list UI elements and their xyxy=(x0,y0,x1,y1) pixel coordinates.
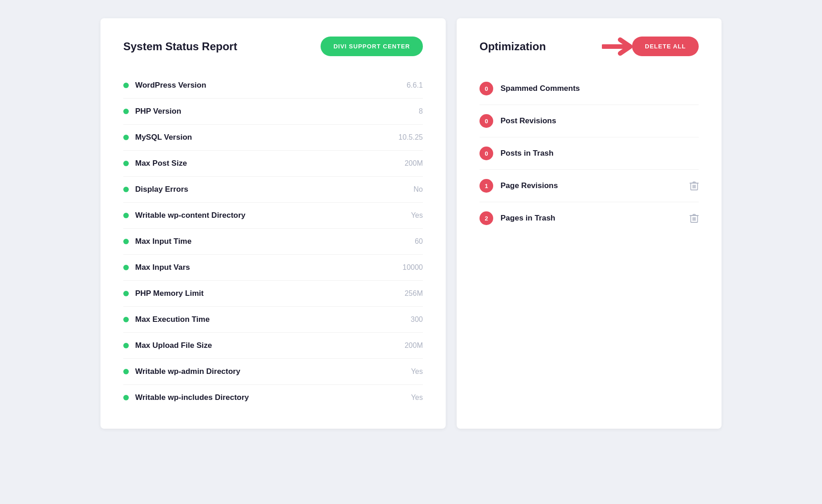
opt-badge: 1 xyxy=(480,179,493,193)
status-label: Writable wp-admin Directory xyxy=(135,367,240,376)
opt-item: 1 Page Revisions xyxy=(480,170,699,202)
opt-item: 0 Post Revisions xyxy=(480,105,699,137)
status-value: Yes xyxy=(411,368,423,376)
status-item: Max Execution Time 300 xyxy=(123,307,423,333)
status-label: Max Input Time xyxy=(135,237,191,246)
status-left: PHP Version xyxy=(123,107,181,116)
status-dot xyxy=(123,265,129,270)
status-left: MySQL Version xyxy=(123,133,192,142)
status-label: Display Errors xyxy=(135,185,188,194)
status-dot xyxy=(123,239,129,244)
status-item: Max Input Time 60 xyxy=(123,229,423,255)
status-value: 8 xyxy=(419,107,423,116)
status-value: No xyxy=(414,185,423,194)
status-item: Max Post Size 200M xyxy=(123,151,423,177)
opt-item: 0 Spammed Comments xyxy=(480,73,699,105)
status-left: Display Errors xyxy=(123,185,188,194)
trash-icon[interactable] xyxy=(690,213,699,223)
status-value: 60 xyxy=(415,237,423,246)
trash-icon[interactable] xyxy=(690,181,699,191)
status-left: Max Input Vars xyxy=(123,263,190,272)
delete-all-button[interactable]: DELETE ALL xyxy=(632,37,699,56)
status-item: Writable wp-content Directory Yes xyxy=(123,203,423,229)
status-label: Writable wp-content Directory xyxy=(135,211,246,220)
status-left: WordPress Version xyxy=(123,81,206,90)
status-dot xyxy=(123,291,129,296)
status-item: Display Errors No xyxy=(123,177,423,203)
right-panel: Optimization DELETE ALL 0 Spammed Commen… xyxy=(457,18,722,429)
opt-label: Post Revisions xyxy=(501,116,699,126)
opt-item: 2 Pages in Trash xyxy=(480,202,699,234)
status-left: Writable wp-content Directory xyxy=(123,211,246,220)
status-left: Max Execution Time xyxy=(123,315,210,324)
panel-title: System Status Report xyxy=(123,40,237,53)
status-value: Yes xyxy=(411,394,423,402)
opt-item: 0 Posts in Trash xyxy=(480,137,699,170)
opt-label: Spammed Comments xyxy=(501,84,699,93)
status-value: 10000 xyxy=(403,263,423,272)
status-item: Writable wp-includes Directory Yes xyxy=(123,385,423,410)
right-header: Optimization DELETE ALL xyxy=(480,37,699,56)
status-label: WordPress Version xyxy=(135,81,206,90)
arrow-delete-wrapper: DELETE ALL xyxy=(602,37,699,56)
status-label: Max Execution Time xyxy=(135,315,210,324)
page-wrapper: System Status Report DIVI SUPPORT CENTER… xyxy=(100,18,722,429)
status-value: 10.5.25 xyxy=(399,133,423,142)
optimization-list: 0 Spammed Comments 0 Post Revisions 0 Po… xyxy=(480,73,699,234)
status-item: Max Input Vars 10000 xyxy=(123,255,423,281)
status-item: Max Upload File Size 200M xyxy=(123,333,423,359)
opt-badge: 2 xyxy=(480,211,493,225)
status-item: Writable wp-admin Directory Yes xyxy=(123,359,423,385)
status-value: 200M xyxy=(405,159,423,168)
opt-label: Page Revisions xyxy=(501,181,682,190)
left-panel: System Status Report DIVI SUPPORT CENTER… xyxy=(100,18,446,429)
status-label: Max Input Vars xyxy=(135,263,190,272)
opt-badge: 0 xyxy=(480,82,493,95)
status-dot xyxy=(123,213,129,218)
status-item: MySQL Version 10.5.25 xyxy=(123,125,423,151)
status-dot xyxy=(123,161,129,166)
status-value: 200M xyxy=(405,341,423,350)
status-dot xyxy=(123,135,129,140)
status-dot xyxy=(123,343,129,348)
status-left: Max Input Time xyxy=(123,237,191,246)
status-label: PHP Memory Limit xyxy=(135,289,204,298)
divi-support-center-button[interactable]: DIVI SUPPORT CENTER xyxy=(321,37,423,56)
arrow-right-icon xyxy=(602,37,634,56)
status-dot xyxy=(123,187,129,192)
status-value: 6.6.1 xyxy=(406,81,423,89)
status-value: 300 xyxy=(411,315,423,324)
status-dot xyxy=(123,83,129,88)
status-item: PHP Memory Limit 256M xyxy=(123,281,423,307)
panel-header: System Status Report DIVI SUPPORT CENTER xyxy=(123,37,423,56)
status-left: Writable wp-includes Directory xyxy=(123,393,249,402)
status-label: PHP Version xyxy=(135,107,181,116)
status-dot xyxy=(123,109,129,114)
opt-badge: 0 xyxy=(480,147,493,160)
status-label: Max Upload File Size xyxy=(135,341,212,350)
status-label: Writable wp-includes Directory xyxy=(135,393,249,402)
status-dot xyxy=(123,317,129,322)
status-label: Max Post Size xyxy=(135,159,187,168)
status-left: Writable wp-admin Directory xyxy=(123,367,240,376)
status-left: PHP Memory Limit xyxy=(123,289,204,298)
right-title: Optimization xyxy=(480,40,546,53)
status-left: Max Post Size xyxy=(123,159,187,168)
status-item: WordPress Version 6.6.1 xyxy=(123,73,423,99)
status-value: Yes xyxy=(411,211,423,220)
status-list: WordPress Version 6.6.1 PHP Version 8 My… xyxy=(123,73,423,410)
opt-label: Posts in Trash xyxy=(501,149,699,158)
status-value: 256M xyxy=(405,289,423,298)
status-dot xyxy=(123,369,129,374)
opt-badge: 0 xyxy=(480,114,493,128)
status-dot xyxy=(123,395,129,400)
status-item: PHP Version 8 xyxy=(123,99,423,125)
opt-label: Pages in Trash xyxy=(501,214,682,223)
status-label: MySQL Version xyxy=(135,133,192,142)
status-left: Max Upload File Size xyxy=(123,341,212,350)
